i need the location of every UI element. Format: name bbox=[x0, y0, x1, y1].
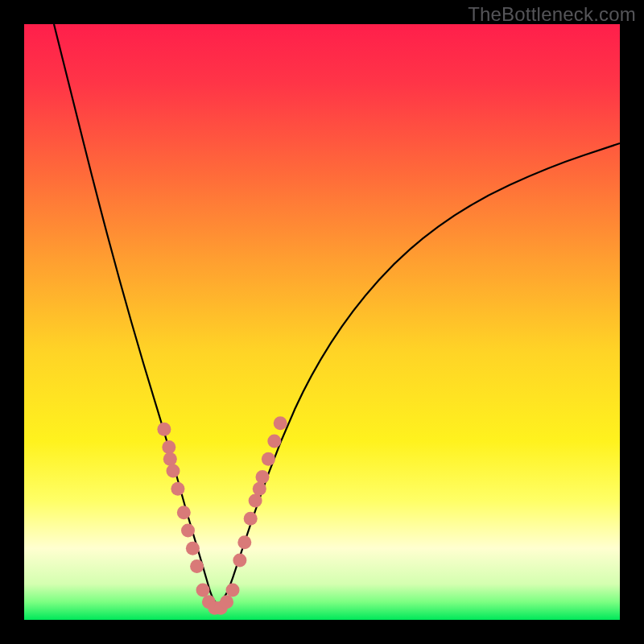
highlight-dot bbox=[233, 554, 246, 568]
highlight-dot bbox=[267, 435, 281, 448]
highlight-dot bbox=[163, 452, 177, 466]
highlight-dot bbox=[256, 470, 270, 484]
highlight-dot bbox=[262, 452, 275, 466]
highlight-dot bbox=[171, 482, 184, 496]
chart-frame: { "watermark": "TheBottleneck.com", "cha… bbox=[0, 0, 644, 644]
highlight-dot bbox=[177, 506, 191, 519]
highlight-dot bbox=[196, 584, 210, 597]
highlight-dot bbox=[226, 584, 240, 597]
highlight-dot bbox=[162, 440, 175, 454]
highlight-dot bbox=[253, 482, 266, 496]
highlight-dot bbox=[186, 542, 200, 555]
highlight-dot bbox=[220, 595, 233, 609]
highlight-dot bbox=[244, 512, 258, 526]
highlight-dot bbox=[157, 423, 171, 436]
highlight-dot bbox=[274, 416, 287, 430]
highlight-dot bbox=[181, 524, 195, 538]
highlight-dot bbox=[190, 559, 204, 573]
highlight-dot bbox=[249, 494, 262, 508]
watermark-text: TheBottleneck.com bbox=[468, 3, 636, 26]
bottleneck-chart bbox=[0, 0, 644, 644]
plot-background bbox=[24, 24, 620, 620]
highlight-dot bbox=[237, 535, 251, 549]
highlight-dot bbox=[167, 464, 180, 478]
